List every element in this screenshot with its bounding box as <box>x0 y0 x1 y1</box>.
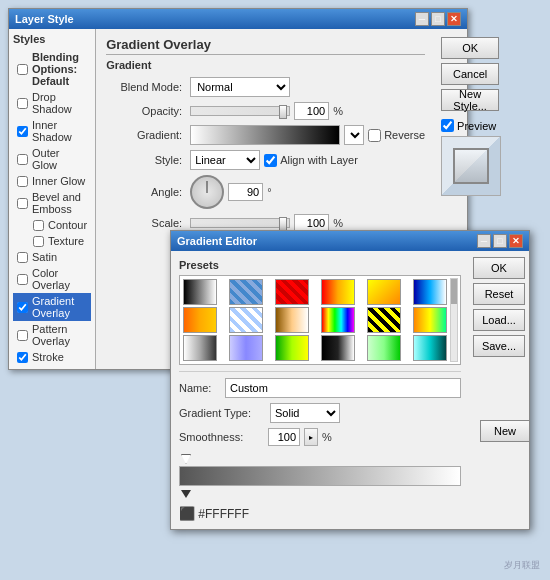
minimize-button[interactable]: ─ <box>415 12 429 26</box>
style-item-outer-glow[interactable]: Outer Glow <box>13 145 91 173</box>
inner-glow-checkbox[interactable] <box>17 176 28 187</box>
preset-swatch-1[interactable] <box>229 279 263 305</box>
ge-save-button[interactable]: Save... <box>473 335 525 357</box>
close-button[interactable]: ✕ <box>447 12 461 26</box>
style-item-bevel[interactable]: Bevel and Emboss <box>13 189 91 217</box>
opacity-slider-track[interactable] <box>190 106 290 116</box>
scale-slider-track[interactable] <box>190 218 290 228</box>
gradient-bar[interactable] <box>179 466 461 486</box>
texture-checkbox[interactable] <box>33 236 44 247</box>
styles-panel: Styles Blending Options: Default Drop Sh… <box>9 29 96 369</box>
preview-checkbox[interactable] <box>441 119 454 132</box>
ge-reset-button[interactable]: Reset <box>473 283 525 305</box>
layer-style-titlebar: Layer Style ─ □ ✕ <box>9 9 467 29</box>
stroke-checkbox[interactable] <box>17 352 28 363</box>
preset-swatch-15[interactable] <box>321 335 355 361</box>
angle-dial[interactable] <box>190 175 224 209</box>
ge-minimize-button[interactable]: ─ <box>477 234 491 248</box>
ge-close-button[interactable]: ✕ <box>509 234 523 248</box>
drop-shadow-checkbox[interactable] <box>17 98 28 109</box>
preset-swatch-7[interactable] <box>229 307 263 333</box>
scale-label: Scale: <box>106 217 186 229</box>
color-stop-row <box>179 486 461 500</box>
preset-swatch-12[interactable] <box>183 335 217 361</box>
satin-checkbox[interactable] <box>17 252 28 263</box>
style-item-inner-glow[interactable]: Inner Glow <box>13 173 91 189</box>
gradient-type-select[interactable]: Solid Noise <box>270 403 340 423</box>
outer-glow-checkbox[interactable] <box>17 154 28 165</box>
align-checkbox[interactable] <box>264 154 277 167</box>
gradient-label: Gradient: <box>106 129 186 141</box>
styles-panel-title: Styles <box>13 33 91 45</box>
scale-slider-thumb[interactable] <box>279 217 287 231</box>
new-style-button[interactable]: New Style... <box>441 89 499 111</box>
preset-swatch-10[interactable] <box>367 307 401 333</box>
style-item-stroke[interactable]: Stroke <box>13 349 91 365</box>
presets-grid <box>183 279 457 361</box>
watermark: 岁月联盟 <box>504 559 540 572</box>
bevel-checkbox[interactable] <box>17 198 28 209</box>
preset-swatch-11[interactable] <box>413 307 447 333</box>
outer-glow-label: Outer Glow <box>32 147 87 171</box>
angle-row: Angle: ° <box>106 175 425 209</box>
angle-value[interactable] <box>228 183 263 201</box>
style-item-pattern-overlay[interactable]: Pattern Overlay <box>13 321 91 349</box>
preset-swatch-2[interactable] <box>275 279 309 305</box>
blending-checkbox[interactable] <box>17 64 28 75</box>
preset-swatch-16[interactable] <box>367 335 401 361</box>
blend-mode-select[interactable]: Normal Multiply Screen <box>190 77 290 97</box>
maximize-button[interactable]: □ <box>431 12 445 26</box>
style-item-color-overlay[interactable]: Color Overlay <box>13 265 91 293</box>
preset-swatch-3[interactable] <box>321 279 355 305</box>
blending-label: Blending Options: Default <box>32 51 87 87</box>
color-overlay-checkbox[interactable] <box>17 274 28 285</box>
smoothness-value[interactable] <box>268 428 300 446</box>
style-label: Style: <box>106 154 186 166</box>
ok-button[interactable]: OK <box>441 37 499 59</box>
preset-swatch-6[interactable] <box>183 307 217 333</box>
style-select[interactable]: Linear Radial Angle <box>190 150 260 170</box>
style-item-satin[interactable]: Satin <box>13 249 91 265</box>
inner-shadow-checkbox[interactable] <box>17 126 28 137</box>
preset-swatch-14[interactable] <box>275 335 309 361</box>
preset-swatch-9[interactable] <box>321 307 355 333</box>
gradient-overlay-checkbox[interactable] <box>17 302 28 313</box>
blend-mode-row: Blend Mode: Normal Multiply Screen <box>106 77 425 97</box>
angle-unit: ° <box>267 186 271 198</box>
ge-new-button[interactable]: New <box>480 420 530 442</box>
color-stop-left[interactable] <box>181 490 191 498</box>
ge-ok-button[interactable]: OK <box>473 257 525 279</box>
opacity-slider-thumb[interactable] <box>279 105 287 119</box>
opacity-stop-row <box>179 454 461 466</box>
presets-scrollbar[interactable] <box>450 278 458 362</box>
reverse-checkbox[interactable] <box>368 129 381 142</box>
style-item-texture[interactable]: Texture <box>13 233 91 249</box>
style-item-gradient-overlay[interactable]: Gradient Overlay <box>13 293 91 321</box>
cancel-button[interactable]: Cancel <box>441 63 499 85</box>
ge-maximize-button[interactable]: □ <box>493 234 507 248</box>
ge-load-button[interactable]: Load... <box>473 309 525 331</box>
preset-swatch-13[interactable] <box>229 335 263 361</box>
preset-swatch-8[interactable] <box>275 307 309 333</box>
texture-label: Texture <box>48 235 84 247</box>
gradient-editor-titlebar: Gradient Editor ─ □ ✕ <box>171 231 529 251</box>
gradient-arrow[interactable] <box>344 125 364 145</box>
contour-checkbox[interactable] <box>33 220 44 231</box>
style-item-drop-shadow[interactable]: Drop Shadow <box>13 89 91 117</box>
opacity-stop-marker-left[interactable] <box>181 454 191 464</box>
preset-swatch-4[interactable] <box>367 279 401 305</box>
preview-label: Preview <box>457 120 496 132</box>
opacity-row: Opacity: % <box>106 102 425 120</box>
pattern-overlay-checkbox[interactable] <box>17 330 28 341</box>
name-input[interactable] <box>225 378 461 398</box>
preset-swatch-17[interactable] <box>413 335 447 361</box>
style-item-inner-shadow[interactable]: Inner Shadow <box>13 117 91 145</box>
preset-swatch-0[interactable] <box>183 279 217 305</box>
smoothness-stepper[interactable]: ▸ <box>304 428 318 446</box>
gradient-editor-window: Gradient Editor ─ □ ✕ Presets Name: <box>170 230 530 530</box>
opacity-value[interactable] <box>294 102 329 120</box>
gradient-preview[interactable] <box>190 125 340 145</box>
style-item-contour[interactable]: Contour <box>13 217 91 233</box>
preset-swatch-5[interactable] <box>413 279 447 305</box>
style-item-blending[interactable]: Blending Options: Default <box>13 49 91 89</box>
